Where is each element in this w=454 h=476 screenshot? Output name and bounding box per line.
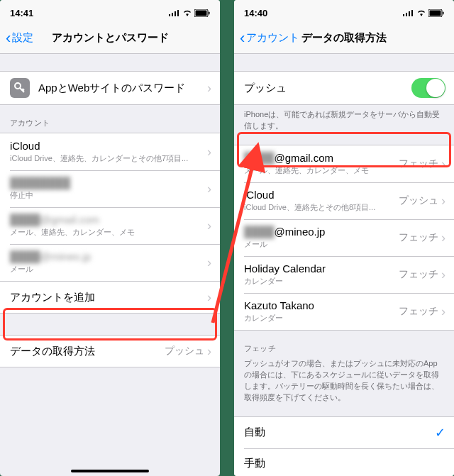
chevron-right-icon: ›	[441, 268, 445, 281]
push-footer: iPhoneは、可能であれば新規データをサーバから自動受信します。	[234, 105, 454, 139]
chevron-right-icon: ›	[441, 157, 445, 170]
account-title: ████████	[10, 177, 207, 189]
signal-icon	[169, 9, 180, 16]
passwords-label: AppとWebサイトのパスワード	[38, 82, 207, 95]
svg-rect-9	[403, 14, 404, 16]
back-label: アカウント	[246, 31, 299, 45]
signal-icon	[403, 9, 414, 16]
account-sub: メール	[10, 264, 207, 275]
right-content: プッシュ iPhoneは、可能であれば新規データをサーバから自動受信します。 █…	[234, 54, 454, 476]
account-sub: iCloud Drive、連絡先、カレンダーとその他7項目...	[10, 153, 207, 164]
account-sub: メール、連絡先、カレンダー、メモ	[10, 227, 207, 238]
account-row[interactable]: ████@gmail.comメール、連絡先、カレンダー、メモフェッチ›	[234, 145, 454, 182]
account-sub: iCloud Drive、連絡先とその他8項目...	[244, 202, 399, 213]
account-row[interactable]: ████@mineo.jpメールフェッチ›	[234, 219, 454, 256]
accounts-header: アカウント	[0, 105, 220, 133]
account-value: フェッチ	[399, 231, 438, 244]
account-sub: 停止中	[10, 190, 207, 201]
push-label: プッシュ	[244, 82, 411, 95]
passwords-row[interactable]: AppとWebサイトのパスワード ›	[0, 72, 220, 104]
fetch-settings-value: プッシュ	[165, 345, 204, 358]
battery-icon	[194, 9, 210, 17]
svg-rect-2	[175, 11, 176, 16]
chevron-right-icon: ›	[207, 82, 211, 94]
chevron-right-icon: ›	[207, 291, 211, 304]
account-title: ████@gmail.com	[244, 152, 399, 164]
add-account-row[interactable]: アカウントを追加 ›	[0, 282, 220, 313]
account-row[interactable]: ████@gmail.comメール、連絡先、カレンダー、メモ›	[0, 207, 220, 244]
svg-rect-6	[196, 10, 207, 16]
chevron-right-icon: ›	[207, 182, 211, 195]
wifi-icon	[182, 9, 192, 16]
nav-bar: ‹ 設定 アカウントとパスワード	[0, 23, 220, 54]
chevron-left-icon: ‹	[6, 31, 11, 46]
svg-rect-7	[209, 11, 210, 14]
schedule-option[interactable]: 自動✓	[234, 417, 454, 448]
account-title: Holiday Calendar	[244, 262, 399, 275]
chevron-right-icon: ›	[441, 305, 445, 318]
push-toggle-row[interactable]: プッシュ	[234, 72, 454, 104]
status-bar: 14:40	[234, 0, 454, 23]
svg-rect-16	[443, 11, 444, 14]
account-row[interactable]: Kazuto Takanoカレンダーフェッチ›	[234, 293, 454, 330]
chevron-right-icon: ›	[207, 145, 211, 158]
account-sub: メール	[244, 239, 399, 250]
account-row[interactable]: ████████停止中›	[0, 170, 220, 207]
account-title: Kazuto Takano	[244, 299, 399, 311]
schedule-label: 手動	[244, 457, 445, 470]
add-account-label: アカウントを追加	[10, 291, 207, 304]
account-row[interactable]: iCloudiCloud Drive、連絡先、カレンダーとその他7項目...›	[0, 133, 220, 170]
svg-point-4	[187, 15, 188, 16]
chevron-left-icon: ‹	[240, 31, 245, 46]
fetch-settings-row[interactable]: データの取得方法 プッシュ ›	[0, 336, 220, 367]
svg-point-8	[15, 83, 21, 89]
status-indicators	[403, 9, 444, 17]
chevron-right-icon: ›	[207, 345, 211, 358]
fetch-settings-label: データの取得方法	[10, 345, 165, 358]
schedule-option[interactable]: 手動	[234, 448, 454, 476]
wifi-icon	[416, 9, 426, 16]
account-value: フェッチ	[399, 268, 438, 281]
account-row[interactable]: iCloudiCloud Drive、連絡先とその他8項目...プッシュ›	[234, 182, 454, 219]
account-sub: メール、連絡先、カレンダー、メモ	[244, 165, 399, 176]
checkmark-icon: ✓	[435, 425, 445, 441]
account-row[interactable]: Holiday Calendarカレンダーフェッチ›	[234, 256, 454, 293]
svg-rect-1	[172, 13, 173, 16]
left-phone: 14:41 ‹ 設定 アカウントとパスワード AppとWebサイトのパ	[0, 0, 220, 476]
chevron-right-icon: ›	[207, 219, 211, 232]
account-title: iCloud	[244, 189, 399, 201]
account-title: ████@mineo.jp	[10, 250, 207, 262]
svg-rect-10	[406, 13, 407, 16]
left-content: AppとWebサイトのパスワード › アカウント iCloudiCloud Dr…	[0, 54, 220, 476]
account-value: フェッチ	[399, 305, 438, 318]
fetch-footer: プッシュがオフの場合、またはプッシュに未対応のAppの場合には、下にあるスケジュ…	[234, 358, 454, 411]
svg-rect-12	[411, 10, 413, 16]
chevron-right-icon: ›	[207, 256, 211, 269]
home-indicator	[71, 470, 149, 472]
battery-icon	[428, 9, 444, 17]
svg-point-13	[421, 15, 422, 16]
status-bar: 14:41	[0, 0, 220, 23]
status-indicators	[169, 9, 210, 17]
nav-bar: ‹ アカウント データの取得方法	[234, 23, 454, 54]
key-icon	[10, 78, 30, 98]
account-title: ████@mineo.jp	[244, 226, 399, 238]
chevron-right-icon: ›	[441, 194, 445, 207]
back-label: 設定	[12, 31, 33, 45]
push-toggle[interactable]	[411, 78, 445, 98]
svg-rect-0	[169, 14, 170, 16]
status-time: 14:41	[10, 8, 33, 18]
svg-rect-11	[409, 11, 410, 16]
account-sub: カレンダー	[244, 313, 399, 323]
account-title: iCloud	[10, 140, 207, 152]
svg-rect-3	[177, 10, 179, 16]
account-value: フェッチ	[399, 157, 438, 170]
status-time: 14:40	[244, 8, 267, 18]
svg-rect-15	[430, 10, 441, 16]
schedule-label: 自動	[244, 426, 435, 439]
account-sub: カレンダー	[244, 276, 399, 287]
chevron-right-icon: ›	[441, 231, 445, 244]
back-button[interactable]: ‹ アカウント	[240, 31, 299, 46]
account-row[interactable]: ████@mineo.jpメール›	[0, 244, 220, 281]
back-button[interactable]: ‹ 設定	[6, 31, 33, 46]
